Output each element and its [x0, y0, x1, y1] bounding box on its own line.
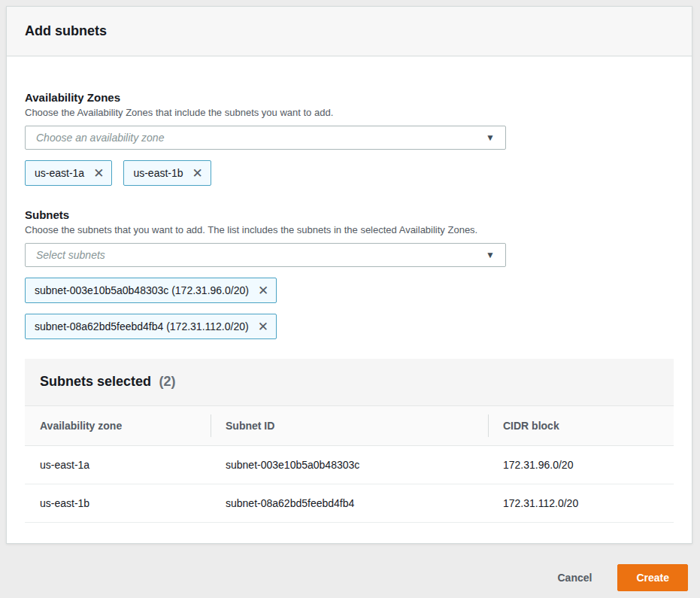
subnets-section: Subnets Choose the subnets that you want… — [25, 208, 674, 339]
cell-availability-zone: us-east-1b — [25, 484, 211, 522]
availability-zone-select[interactable]: Choose an availability zone ▼ — [25, 126, 506, 150]
availability-zones-description: Choose the Availability Zones that inclu… — [25, 107, 674, 118]
column-header-cidr-block: CIDR block — [488, 406, 674, 445]
subnets-label: Subnets — [25, 208, 674, 221]
add-subnets-dialog: Add subnets Availability Zones Choose th… — [6, 6, 692, 544]
cell-cidr-block: 172.31.112.0/20 — [488, 484, 674, 522]
availability-zones-section: Availability Zones Choose the Availabili… — [25, 91, 674, 186]
dialog-title: Add subnets — [25, 23, 107, 39]
close-icon[interactable]: ✕ — [192, 167, 203, 180]
subnets-description: Choose the subnets that you want to add.… — [25, 224, 674, 235]
availability-zone-token-row: us-east-1a ✕ us-east-1b ✕ — [25, 160, 674, 186]
column-header-subnet-id: Subnet ID — [211, 406, 488, 445]
token-label: subnet-003e10b5a0b48303c (172.31.96.0/20… — [35, 284, 249, 296]
cell-subnet-id: subnet-08a62bd5feebd4fb4 — [211, 484, 488, 522]
dialog-footer: Cancel Create — [557, 564, 688, 591]
cell-subnet-id: subnet-003e10b5a0b48303c — [211, 446, 488, 484]
subnet-select[interactable]: Select subnets ▼ — [25, 243, 506, 267]
column-header-availability-zone: Availability zone — [25, 406, 211, 445]
subnet-select-placeholder: Select subnets — [36, 249, 105, 261]
az-token-us-east-1b: us-east-1b ✕ — [123, 160, 211, 186]
chevron-down-icon: ▼ — [486, 133, 495, 142]
subnets-selected-panel: Subnets selected (2) Availability zone S… — [25, 359, 674, 523]
dialog-header: Add subnets — [7, 7, 692, 56]
close-icon[interactable]: ✕ — [258, 320, 268, 333]
close-icon[interactable]: ✕ — [93, 167, 104, 180]
az-token-us-east-1a: us-east-1a ✕ — [25, 160, 112, 186]
availability-zone-select-placeholder: Choose an availability zone — [36, 132, 164, 144]
table-row: us-east-1b subnet-08a62bd5feebd4fb4 172.… — [25, 484, 674, 523]
cancel-button[interactable]: Cancel — [557, 572, 592, 584]
subnets-selected-count: (2) — [159, 374, 176, 389]
close-icon[interactable]: ✕ — [258, 284, 268, 297]
subnet-token-list: subnet-003e10b5a0b48303c (172.31.96.0/20… — [25, 278, 674, 339]
token-label: subnet-08a62bd5feebd4fb4 (172.31.112.0/2… — [35, 320, 249, 332]
cell-availability-zone: us-east-1a — [25, 446, 211, 484]
token-label: us-east-1a — [35, 167, 84, 179]
token-label: us-east-1b — [133, 167, 183, 179]
availability-zones-label: Availability Zones — [25, 91, 674, 104]
subnet-token-1: subnet-003e10b5a0b48303c (172.31.96.0/20… — [25, 278, 277, 303]
create-button[interactable]: Create — [617, 564, 688, 591]
chevron-down-icon: ▼ — [486, 250, 495, 260]
table-header-row: Availability zone Subnet ID CIDR block — [25, 406, 674, 446]
table-row: us-east-1a subnet-003e10b5a0b48303c 172.… — [25, 446, 674, 484]
subnets-selected-title: Subnets selected — [40, 374, 151, 389]
dialog-body: Availability Zones Choose the Availabili… — [7, 56, 692, 523]
cell-cidr-block: 172.31.96.0/20 — [488, 446, 674, 484]
subnets-selected-header: Subnets selected (2) — [25, 359, 674, 406]
subnet-token-2: subnet-08a62bd5feebd4fb4 (172.31.112.0/2… — [25, 314, 277, 339]
